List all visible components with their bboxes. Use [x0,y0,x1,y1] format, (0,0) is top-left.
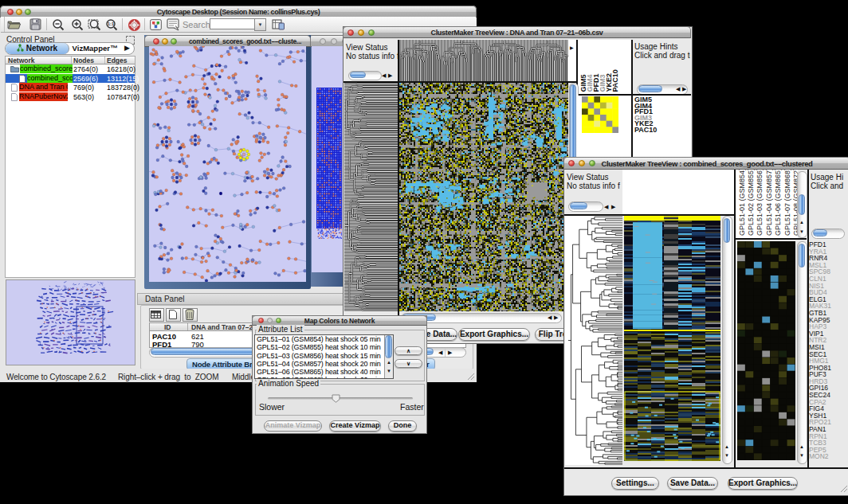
svg-text:1:1: 1:1 [108,21,115,26]
